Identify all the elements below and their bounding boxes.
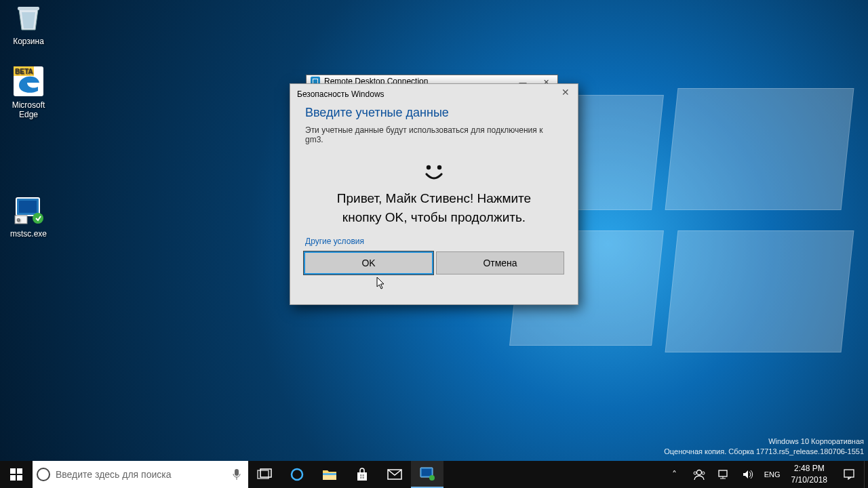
svg-rect-12 <box>17 468 22 474</box>
task-view-icon <box>257 468 272 481</box>
svg-point-31 <box>694 472 696 474</box>
windows-hello-smiley-icon <box>290 163 578 184</box>
taskbar-app-rdc[interactable] <box>411 461 443 488</box>
taskbar-clock[interactable]: 2:48 PM 7/10/2018 <box>785 461 834 488</box>
svg-rect-5 <box>19 201 37 213</box>
microphone-icon[interactable] <box>232 468 241 481</box>
svg-rect-33 <box>719 470 727 476</box>
svg-point-9 <box>427 165 431 169</box>
desktop-icon-label: Корзина <box>3 37 54 46</box>
svg-point-19 <box>292 469 302 480</box>
search-box[interactable]: Введите здесь для поиска <box>33 461 248 488</box>
desktop-icon-edge[interactable]: BETA Microsoft Edge <box>3 65 54 119</box>
desktop-icon-label: mstsc.exe <box>3 229 54 239</box>
edge-icon: BETA <box>12 65 45 98</box>
svg-rect-23 <box>363 474 365 476</box>
system-tray: ˄ ENG 2:48 PM 7/10/2018 <box>663 461 868 488</box>
action-center-icon <box>843 468 855 481</box>
search-placeholder: Введите здесь для поиска <box>56 469 171 480</box>
svg-rect-15 <box>235 469 239 476</box>
taskbar-app-cortana[interactable] <box>281 461 313 488</box>
store-icon <box>355 467 370 482</box>
tray-people-icon[interactable] <box>687 461 711 488</box>
file-explorer-icon <box>322 468 337 481</box>
svg-rect-36 <box>844 470 854 477</box>
mouse-cursor <box>376 277 386 290</box>
svg-rect-24 <box>360 477 362 479</box>
tray-network-icon[interactable] <box>711 461 736 488</box>
svg-point-30 <box>696 470 701 475</box>
svg-rect-28 <box>422 469 431 476</box>
clock-time: 2:48 PM <box>791 463 827 474</box>
svg-text:BETA: BETA <box>15 68 33 75</box>
taskbar: Введите здесь для поиска <box>0 461 868 488</box>
desktop-icon-label: Microsoft Edge <box>3 100 54 119</box>
svg-point-29 <box>429 475 435 481</box>
cortana-icon <box>37 468 50 481</box>
start-button[interactable] <box>0 461 33 488</box>
cancel-button[interactable]: Отмена <box>436 251 564 274</box>
svg-text:⚙: ⚙ <box>16 218 20 222</box>
desktop-icon-recycle-bin[interactable]: Корзина <box>3 1 54 46</box>
svg-rect-11 <box>10 468 16 474</box>
cortana-app-icon <box>290 467 304 482</box>
mail-icon <box>387 468 402 481</box>
svg-point-10 <box>437 165 441 169</box>
ok-button[interactable]: OK <box>304 251 433 274</box>
tray-language-icon[interactable]: ENG <box>760 461 785 488</box>
dialog-title: Безопасность Windows <box>290 84 578 104</box>
dialog-subtext: Эти учетные данные будут использоваться … <box>290 125 578 144</box>
taskbar-app-store[interactable] <box>346 461 378 488</box>
svg-rect-13 <box>10 475 16 481</box>
activation-watermark: Windows 10 Корпоративная Оценочная копия… <box>664 436 864 457</box>
desktop-icon-mstsc[interactable]: ⚙ mstsc.exe <box>3 194 54 239</box>
svg-rect-22 <box>360 474 362 476</box>
svg-rect-25 <box>363 477 365 479</box>
rdc-taskbar-icon <box>419 466 435 481</box>
svg-rect-0 <box>18 7 39 10</box>
svg-rect-14 <box>17 475 22 481</box>
dialog-greeting: Привет, Майк Стивенс! Нажмите кнопку OK,… <box>290 184 578 227</box>
svg-point-32 <box>702 472 705 474</box>
dialog-header: Введите учетные данные <box>290 104 578 125</box>
mstsc-icon: ⚙ <box>12 194 45 226</box>
dialog-close-button[interactable]: ✕ <box>556 87 575 102</box>
more-choices-link[interactable]: Другие условия <box>290 227 578 251</box>
recycle-bin-icon <box>12 1 45 34</box>
windows-security-dialog: Безопасность Windows ✕ Введите учетные д… <box>290 83 578 305</box>
taskbar-app-explorer[interactable] <box>313 461 346 488</box>
taskbar-app-mail[interactable] <box>378 461 411 488</box>
action-center-button[interactable] <box>834 461 864 488</box>
svg-rect-21 <box>323 473 336 475</box>
task-view-button[interactable] <box>248 461 281 488</box>
show-desktop-button[interactable] <box>864 461 868 488</box>
tray-volume-icon[interactable] <box>736 461 760 488</box>
windows-logo-icon <box>10 468 22 481</box>
clock-date: 7/10/2018 <box>791 474 827 486</box>
svg-point-6 <box>33 213 43 224</box>
tray-overflow-button[interactable]: ˄ <box>663 461 687 488</box>
